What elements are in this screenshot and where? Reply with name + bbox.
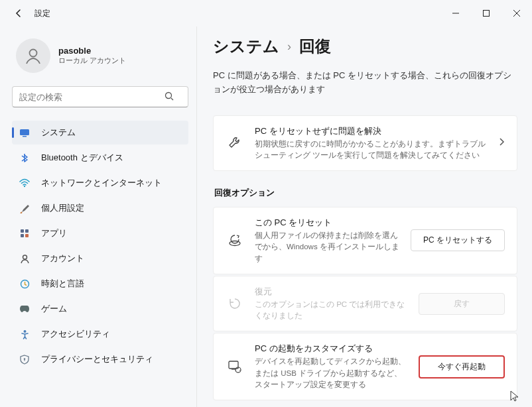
close-button[interactable] [501,0,532,27]
minimize-button[interactable] [440,0,471,27]
reset-pc-button[interactable]: PC をリセットする [411,229,505,251]
svg-point-12 [23,330,26,333]
restore-card: 復元 このオプションはこの PC では利用できなくなりました 戻す [213,276,517,332]
gaming-icon [19,303,31,315]
nav-system[interactable]: システム [12,121,188,145]
intro-text: PC に問題がある場合、または PC をリセットする場合、これらの回復オプション… [213,69,517,97]
nav-label: システム [41,127,76,139]
search-icon [165,91,174,103]
nav-label: アカウント [41,253,84,264]
system-icon [19,127,31,139]
custom-boot-card: PC の起動をカスタマイズする デバイスを再起動してディスクから起動、または U… [213,333,517,400]
boot-settings-icon [226,359,244,374]
svg-rect-7 [25,229,29,233]
svg-rect-0 [484,11,490,17]
reset-pc-card: この PC をリセット 個人用ファイルの保持または削除を選んでから、Window… [213,207,517,274]
avatar [16,38,50,73]
nav-privacy[interactable]: プライバシーとセキュリティ [12,347,188,371]
nav-account[interactable]: アカウント [12,247,188,270]
wrench-icon [226,136,244,150]
user-name: pasoble [58,46,126,56]
nav-label: Bluetooth とデバイス [41,152,123,164]
nav-label: アクセシビリティ [41,328,110,340]
svg-point-5 [24,186,25,187]
nav-gaming[interactable]: ゲーム [12,297,188,321]
accessibility-icon [19,328,31,340]
svg-point-2 [166,93,172,99]
reset-icon [226,233,244,248]
svg-point-10 [23,255,27,259]
nav-apps[interactable]: アプリ [12,221,188,245]
user-icon [23,46,43,66]
chevron-right-icon: › [287,40,291,54]
section-label: 回復オプション [214,187,517,199]
user-sub: ローカル アカウント [58,56,126,66]
nav-network[interactable]: ネットワークとインターネット [12,171,188,195]
chevron-right-icon [498,138,505,148]
search-input[interactable] [12,86,188,107]
network-icon [19,177,31,189]
restore-button: 戻す [419,293,505,315]
maximize-button[interactable] [471,0,501,27]
troubleshoot-desc: 初期状態に戻すのに時間がかかることがあります。まずトラブルシューティング ツール… [255,139,489,162]
close-icon [513,10,520,17]
window-title: 設定 [34,8,50,19]
svg-rect-8 [21,234,24,237]
custom-boot-title: PC の起動をカスタマイズする [255,343,409,355]
troubleshoot-card[interactable]: PC をリセットせずに問題を解決 初期状態に戻すのに時間がかかることがあります。… [213,115,517,172]
troubleshoot-title: PC をリセットせずに問題を解決 [255,125,489,137]
restore-title: 復元 [255,286,409,298]
brush-icon [19,202,31,214]
svg-rect-9 [25,234,29,237]
nav-accessibility[interactable]: アクセシビリティ [12,322,188,346]
nav-label: プライバシーとセキュリティ [41,353,153,365]
nav-label: アプリ [41,227,67,239]
bluetooth-icon [19,152,31,164]
svg-rect-14 [24,359,25,361]
nav-label: ゲーム [41,303,67,315]
svg-rect-4 [23,136,27,137]
custom-boot-desc: デバイスを再起動してディスクから起動、または USB ドライブから起動するなど、… [255,356,409,390]
nav-personalization[interactable]: 個人用設定 [12,196,188,220]
nav-label: 時刻と言語 [41,278,84,290]
breadcrumb-current: 回復 [299,36,331,57]
shield-icon [19,353,31,365]
arrow-left-icon [13,8,24,19]
restore-desc: このオプションはこの PC では利用できなくなりました [255,299,409,322]
nav-time-language[interactable]: 時刻と言語 [12,272,188,296]
nav-label: ネットワークとインターネット [41,177,162,189]
apps-icon [19,227,31,239]
reset-title: この PC をリセット [255,217,401,229]
breadcrumb: システム › 回復 [213,36,517,57]
clock-icon [19,278,31,290]
nav-label: 個人用設定 [41,202,84,214]
svg-rect-3 [20,129,29,135]
svg-point-1 [30,50,37,57]
nav-bluetooth[interactable]: Bluetooth とデバイス [12,146,188,170]
reset-desc: 個人用ファイルの保持または削除を選んでから、Windows を再インストールしま… [255,230,401,264]
user-block[interactable]: pasoble ローカル アカウント [12,38,188,73]
restore-icon [226,296,244,311]
back-button[interactable] [12,7,25,20]
restart-now-button[interactable]: 今すぐ再起動 [419,355,505,378]
minimize-icon [452,10,459,17]
cursor-icon [510,390,521,402]
breadcrumb-parent[interactable]: システム [213,36,279,57]
svg-rect-6 [21,229,24,233]
account-icon [19,253,31,264]
maximize-icon [483,10,490,17]
